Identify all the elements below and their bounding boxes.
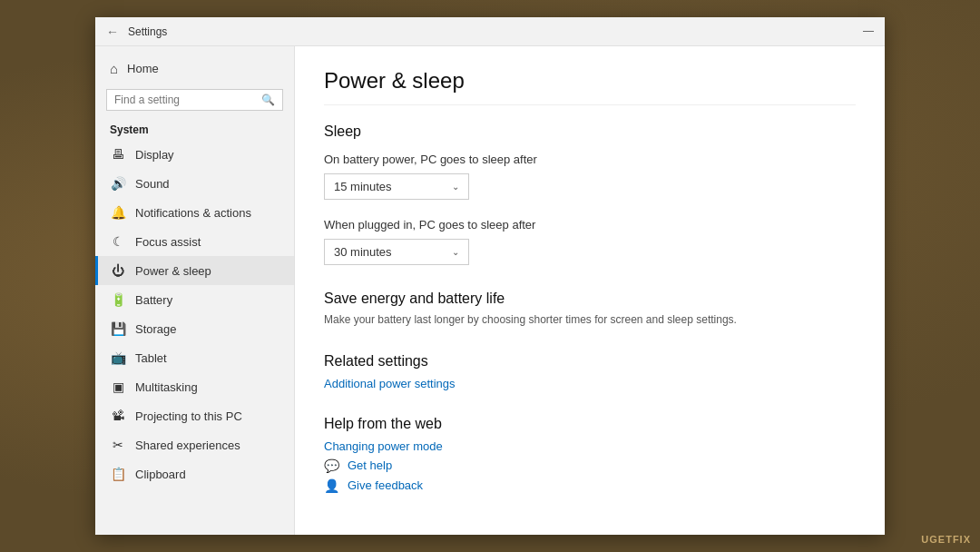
back-button[interactable]: ← bbox=[106, 25, 119, 39]
energy-title: Save energy and battery life bbox=[324, 291, 856, 307]
sidebar-item-clipboard[interactable]: 📋 Clipboard bbox=[95, 459, 294, 488]
sidebar-item-label: Storage bbox=[135, 322, 177, 336]
sidebar-item-label: Multitasking bbox=[135, 380, 198, 394]
tablet-icon: 📺 bbox=[110, 350, 126, 365]
sidebar-item-label: Notifications & actions bbox=[135, 206, 251, 220]
energy-description: Make your battery last longer by choosin… bbox=[324, 312, 856, 328]
give-feedback-link[interactable]: Give feedback bbox=[348, 478, 423, 492]
home-label: Home bbox=[127, 62, 159, 75]
plugged-sleep-dropdown[interactable]: 30 minutes ⌄ bbox=[324, 239, 469, 265]
window-controls bbox=[863, 31, 874, 32]
help-from-web-title: Help from the web bbox=[324, 416, 856, 432]
battery-sleep-value: 15 minutes bbox=[334, 180, 392, 193]
power-icon: ⏻ bbox=[110, 263, 126, 278]
sidebar: ⌂ Home 🔍 System 🖶 Display 🔊 Sound 🔔 Noti… bbox=[95, 46, 295, 535]
home-icon: ⌂ bbox=[110, 61, 118, 76]
battery-sleep-label: On battery power, PC goes to sleep after bbox=[324, 153, 856, 166]
projecting-icon: 📽 bbox=[110, 409, 126, 423]
additional-power-settings-link[interactable]: Additional power settings bbox=[324, 377, 856, 390]
sound-icon: 🔊 bbox=[110, 176, 126, 191]
content-area: ⌂ Home 🔍 System 🖶 Display 🔊 Sound 🔔 Noti… bbox=[95, 46, 885, 535]
related-settings-title: Related settings bbox=[324, 353, 856, 370]
page-title: Power & sleep bbox=[324, 68, 856, 105]
plugged-sleep-label: When plugged in, PC goes to sleep after bbox=[324, 218, 856, 232]
sidebar-item-sound[interactable]: 🔊 Sound bbox=[95, 169, 294, 198]
storage-icon: 💾 bbox=[110, 321, 126, 336]
energy-section: Save energy and battery life Make your b… bbox=[324, 291, 856, 328]
sidebar-item-display[interactable]: 🖶 Display bbox=[95, 140, 294, 169]
search-icon: 🔍 bbox=[261, 94, 275, 106]
title-bar: ← Settings bbox=[95, 17, 885, 46]
related-settings-section: Related settings Additional power settin… bbox=[324, 353, 856, 390]
sidebar-item-label: Focus assist bbox=[135, 235, 201, 249]
sidebar-item-label: Tablet bbox=[135, 351, 167, 365]
sidebar-item-label: Sound bbox=[135, 177, 170, 191]
sidebar-item-label: Display bbox=[135, 148, 174, 162]
sidebar-item-label: Power & sleep bbox=[135, 264, 211, 278]
sidebar-item-multitasking[interactable]: ▣ Multitasking bbox=[95, 372, 294, 401]
clipboard-icon: 📋 bbox=[110, 467, 126, 481]
sidebar-item-power-sleep[interactable]: ⏻ Power & sleep bbox=[95, 256, 294, 285]
minimize-button[interactable] bbox=[863, 31, 874, 32]
battery-icon: 🔋 bbox=[110, 292, 126, 307]
settings-window: ← Settings ⌂ Home 🔍 System 🖶 Display 🔊 bbox=[95, 17, 885, 535]
display-icon: 🖶 bbox=[110, 147, 126, 162]
get-help-link[interactable]: Get help bbox=[348, 458, 392, 472]
sidebar-item-label: Battery bbox=[135, 293, 172, 307]
sidebar-item-notifications[interactable]: 🔔 Notifications & actions bbox=[95, 198, 294, 227]
window-title: Settings bbox=[128, 25, 863, 38]
get-help-item: 💬 Get help bbox=[324, 458, 856, 473]
sidebar-item-projecting[interactable]: 📽 Projecting to this PC bbox=[95, 401, 294, 430]
sleep-section: Sleep On battery power, PC goes to sleep… bbox=[324, 123, 856, 265]
sidebar-item-focus-assist[interactable]: ☾ Focus assist bbox=[95, 227, 294, 256]
sidebar-section-system: System bbox=[95, 116, 294, 140]
main-content: Power & sleep Sleep On battery power, PC… bbox=[295, 46, 885, 535]
focus-assist-icon: ☾ bbox=[110, 234, 126, 249]
feedback-icon: 👤 bbox=[324, 478, 340, 493]
changing-power-mode-link[interactable]: Changing power mode bbox=[324, 439, 856, 453]
sidebar-item-label: Shared experiences bbox=[135, 439, 240, 452]
sidebar-item-label: Projecting to this PC bbox=[135, 409, 242, 423]
notifications-icon: 🔔 bbox=[110, 205, 126, 220]
search-input[interactable] bbox=[114, 94, 261, 106]
sidebar-item-storage[interactable]: 💾 Storage bbox=[95, 314, 294, 343]
sidebar-item-tablet[interactable]: 📺 Tablet bbox=[95, 343, 294, 372]
battery-sleep-dropdown[interactable]: 15 minutes ⌄ bbox=[324, 173, 469, 200]
watermark: UGETFIX bbox=[921, 534, 971, 545]
shared-icon: ✂ bbox=[110, 438, 126, 452]
search-box[interactable]: 🔍 bbox=[106, 89, 283, 111]
sleep-section-title: Sleep bbox=[324, 123, 856, 140]
sidebar-item-label: Clipboard bbox=[135, 468, 186, 481]
chevron-down-icon: ⌄ bbox=[452, 182, 459, 192]
sidebar-item-battery[interactable]: 🔋 Battery bbox=[95, 285, 294, 314]
multitasking-icon: ▣ bbox=[110, 380, 126, 394]
plugged-sleep-value: 30 minutes bbox=[334, 245, 392, 259]
help-section: Help from the web Changing power mode 💬 … bbox=[324, 416, 856, 493]
get-help-icon: 💬 bbox=[324, 458, 340, 473]
chevron-down-icon: ⌄ bbox=[452, 247, 459, 257]
sidebar-item-shared[interactable]: ✂ Shared experiences bbox=[95, 430, 294, 459]
give-feedback-item: 👤 Give feedback bbox=[324, 478, 856, 493]
sidebar-item-home[interactable]: ⌂ Home bbox=[95, 54, 294, 84]
